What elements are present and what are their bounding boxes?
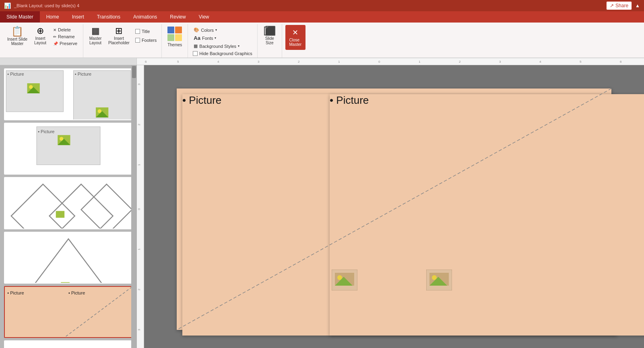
image-placeholder-right [426, 270, 452, 292]
ribbon-group-edit-master: 📋 Insert SlideMaster ⊕ InsertLayout ✕ De… [2, 24, 83, 58]
slide-thumb-6-inner [5, 341, 132, 348]
slide-canvas: • Picture • Picture [177, 89, 611, 330]
background-styles-button[interactable]: ▦ Background Styles ▾ [191, 43, 254, 49]
svg-text:• Picture: • Picture [7, 72, 24, 76]
tab-review[interactable]: Review [163, 11, 192, 23]
main-layout: • Picture • Picture • Picture • Picture … [0, 65, 644, 348]
slide-thumb-5[interactable]: • Picture • Picture [4, 286, 133, 338]
svg-text:1: 1 [137, 164, 141, 166]
title-bar-right: ↗ Share ▲ [606, 1, 640, 10]
tab-home[interactable]: Home [40, 11, 66, 23]
insert-placeholder-icon: ⊞ [115, 27, 122, 35]
slide-size-button[interactable]: ⬛ SlideSize [261, 25, 279, 47]
svg-text:• Picture: • Picture [7, 290, 24, 295]
ruler-horizontal: 6 5 4 3 2 1 0 1 2 3 4 5 6 [137, 58, 644, 65]
delete-button[interactable]: ✕ Delete [51, 27, 80, 33]
tab-slide-master[interactable]: Slide Master [0, 11, 40, 23]
background-styles-label: Background Styles [199, 44, 236, 49]
insert-slide-master-button[interactable]: 📋 Insert SlideMaster [5, 25, 30, 47]
svg-text:2: 2 [137, 124, 141, 126]
image-placeholder-left-svg [332, 270, 357, 290]
svg-line-50 [177, 89, 611, 330]
themes-label: Themes [167, 43, 182, 47]
svg-text:5: 5 [580, 60, 582, 64]
hide-bg-label: Hide Background Graphics [199, 51, 252, 56]
colors-button[interactable]: 🎨 Colors ▾ [191, 27, 254, 33]
svg-text:2: 2 [298, 60, 300, 64]
rename-button[interactable]: ✏ Rename [51, 33, 80, 40]
filename: _Blank Layout: used by slide(s) 4 [14, 3, 79, 8]
rename-icon: ✏ [53, 35, 56, 39]
svg-text:• Picture: • Picture [68, 290, 85, 295]
ruler-ticks-svg: 6 5 4 3 2 1 0 1 2 3 4 5 6 [137, 58, 644, 65]
close-master-icon: ✕ [292, 28, 298, 37]
close-master-button[interactable]: ✕ CloseMaster [285, 25, 305, 50]
master-layout-button[interactable]: ▦ MasterLayout [87, 25, 104, 47]
ribbon-small-stack-1: ✕ Delete ✏ Rename 📌 Preserve [51, 25, 80, 47]
slide-thumb-4[interactable]: • Picture [4, 232, 133, 284]
svg-text:6: 6 [620, 60, 622, 64]
ribbon-group-size: ⬛ SlideSize [258, 24, 282, 58]
image-placeholder-right-svg [426, 270, 452, 290]
svg-text:2: 2 [459, 60, 461, 64]
colors-icon: 🎨 [194, 27, 199, 33]
preserve-button[interactable]: 📌 Preserve [51, 40, 80, 47]
colors-dropdown-icon: ▾ [215, 28, 217, 32]
themes-button[interactable]: Themes [165, 25, 184, 49]
insert-placeholder-button[interactable]: ⊞ InsertPlaceholder [106, 25, 132, 47]
slide-thumb-6[interactable] [4, 340, 133, 348]
scroll-thumb[interactable] [132, 66, 136, 78]
footers-checkbox-box [135, 38, 140, 43]
tab-animations[interactable]: Animations [127, 11, 163, 23]
preserve-label: Preserve [60, 41, 77, 46]
title-checkbox-label: Title [142, 29, 150, 34]
delete-label: Delete [58, 27, 71, 32]
tab-insert[interactable]: Insert [66, 11, 91, 23]
share-button[interactable]: ↗ Share [606, 1, 632, 10]
fonts-icon: Aa [194, 35, 200, 41]
slide-size-icon: ⬛ [264, 27, 275, 35]
hide-bg-checkbox-box [193, 51, 198, 56]
ribbon-group-master-layout: ▦ MasterLayout ⊞ InsertPlaceholder Title… [83, 24, 162, 58]
slide-thumb-3-inner: • empty • [5, 178, 132, 229]
svg-text:4: 4 [539, 60, 541, 64]
svg-text:• Picture: • Picture [38, 129, 54, 134]
svg-text:3: 3 [499, 60, 501, 64]
fonts-button[interactable]: Aa Fonts ▾ [191, 34, 254, 42]
ribbon-small-stack-2: Title Footers [134, 25, 158, 43]
app-icon: 📊 [4, 2, 11, 9]
delete-icon: ✕ [53, 28, 56, 32]
preserve-icon: 📌 [53, 41, 58, 46]
svg-rect-16 [6, 120, 63, 120]
svg-text:4: 4 [217, 60, 219, 64]
title-bar: 📊 _Blank Layout: used by slide(s) 4 ↗ Sh… [0, 0, 644, 11]
collapse-icon[interactable]: ▲ [635, 3, 640, 8]
slide-thumb-2[interactable]: • Picture • Picture [4, 123, 133, 175]
hide-bg-checkbox[interactable]: Hide Background Graphics [191, 50, 254, 57]
title-checkbox[interactable]: Title [134, 28, 158, 35]
slide-thumb-1[interactable]: • Picture • Picture • Picture [4, 68, 133, 120]
slide-thumb-3[interactable]: • empty • [4, 177, 133, 229]
svg-text:0: 0 [378, 60, 380, 64]
tab-transitions[interactable]: Transitions [91, 11, 127, 23]
tab-bar: Slide Master Home Insert Transitions Ani… [0, 11, 644, 23]
background-styles-icon: ▦ [194, 43, 198, 49]
svg-text:1: 1 [419, 60, 421, 64]
slide-thumb-5-svg: • Picture • Picture [5, 287, 132, 338]
ribbon-group-themes: Themes [162, 24, 188, 58]
diagonal-line-svg [177, 89, 611, 330]
insert-layout-button[interactable]: ⊕ InsertLayout [31, 25, 49, 47]
share-label: Share [615, 3, 628, 8]
master-layout-label: MasterLayout [89, 36, 102, 45]
svg-text:0: 0 [137, 208, 141, 210]
close-master-label: CloseMaster [289, 38, 301, 47]
ribbon: 📋 Insert SlideMaster ⊕ InsertLayout ✕ De… [0, 23, 644, 58]
master-layout-icon: ▦ [91, 27, 100, 35]
background-styles-dropdown-icon: ▾ [238, 44, 239, 48]
tab-view[interactable]: View [192, 11, 216, 23]
title-bar-left: 📊 _Blank Layout: used by slide(s) 4 [4, 2, 79, 9]
footers-checkbox[interactable]: Footers [134, 37, 158, 43]
scroll-bar[interactable] [131, 65, 137, 348]
slide-panel: • Picture • Picture • Picture • Picture … [0, 65, 137, 348]
svg-text:3: 3 [137, 83, 141, 85]
